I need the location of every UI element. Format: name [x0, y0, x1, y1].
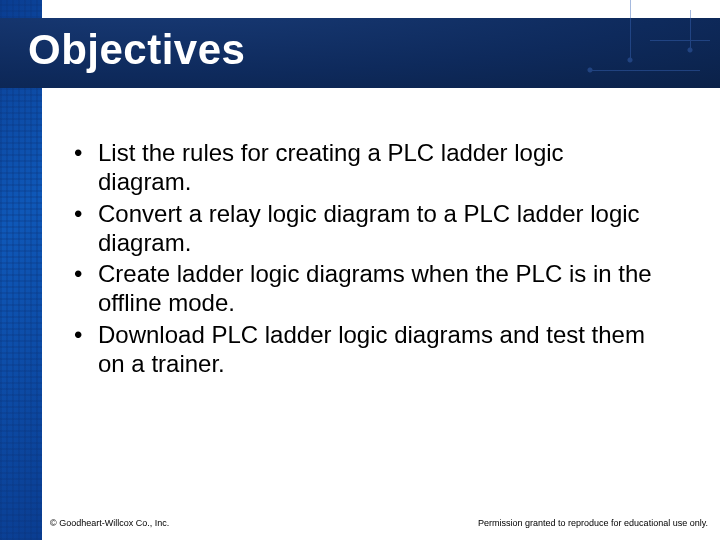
list-item: List the rules for creating a PLC ladder… — [70, 138, 660, 197]
body-content: List the rules for creating a PLC ladder… — [70, 138, 660, 380]
title-bar: Objectives — [0, 18, 720, 88]
footer: © Goodheart-Willcox Co., Inc. Permission… — [50, 514, 708, 528]
list-item: Create ladder logic diagrams when the PL… — [70, 259, 660, 318]
page-title: Objectives — [28, 26, 245, 74]
list-item: Convert a relay logic diagram to a PLC l… — [70, 199, 660, 258]
permission-text: Permission granted to reproduce for educ… — [478, 518, 708, 528]
bullet-text: Convert a relay logic diagram to a PLC l… — [98, 200, 640, 256]
objectives-list: List the rules for creating a PLC ladder… — [70, 138, 660, 378]
bullet-text: Download PLC ladder logic diagrams and t… — [98, 321, 645, 377]
slide: Objectives List the rules for creating a… — [0, 0, 720, 540]
bullet-text: List the rules for creating a PLC ladder… — [98, 139, 564, 195]
list-item: Download PLC ladder logic diagrams and t… — [70, 320, 660, 379]
bullet-text: Create ladder logic diagrams when the PL… — [98, 260, 652, 316]
copyright-text: © Goodheart-Willcox Co., Inc. — [50, 518, 169, 528]
